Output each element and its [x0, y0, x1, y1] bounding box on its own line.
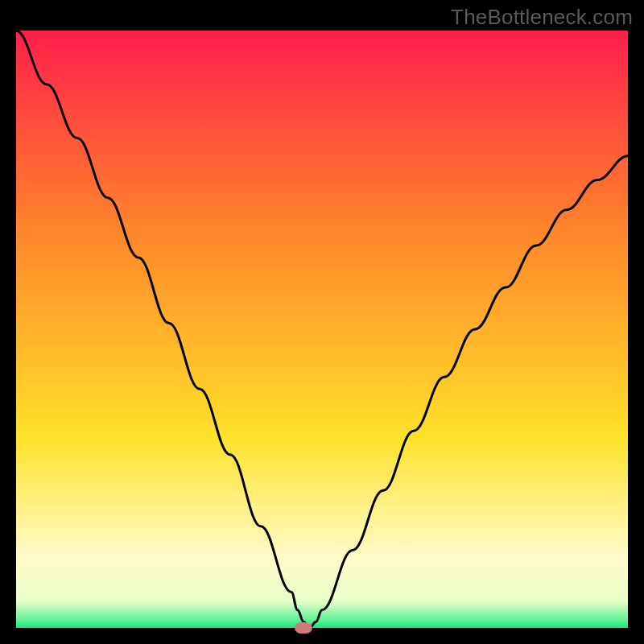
chart-frame: TheBottleneck.com — [0, 0, 644, 644]
bottleneck-curve — [16, 31, 628, 628]
bottleneck-marker — [295, 622, 312, 634]
plot-area — [16, 31, 628, 628]
watermark-text: TheBottleneck.com — [451, 5, 633, 30]
curve-layer — [16, 31, 628, 628]
